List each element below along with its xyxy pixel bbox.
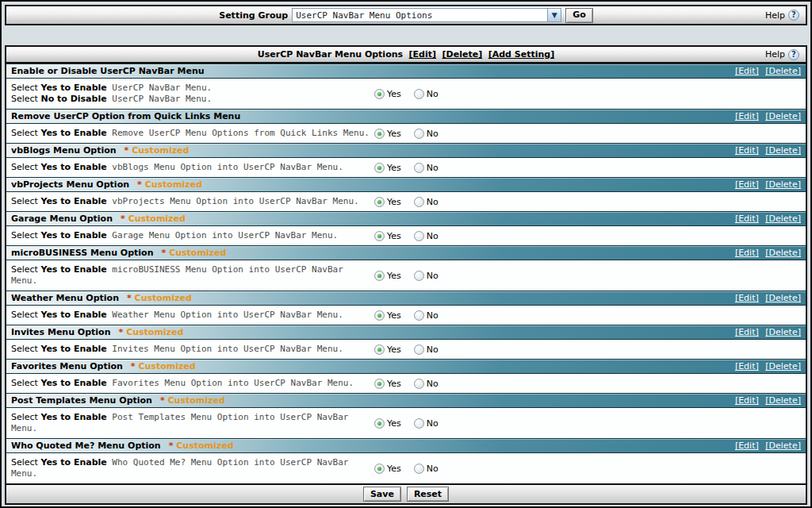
yes-radio[interactable] [374,344,385,355]
settings-panel: UserCP NavBar Menu Options [Edit] [Delet… [5,45,807,505]
setting-header-bar: vbBlogs Menu Option * Customized [Edit] … [6,143,806,158]
no-radio[interactable] [414,231,424,241]
go-button[interactable]: Go [565,8,593,23]
yes-radio-label[interactable]: Yes [387,271,401,281]
setting-edit-link[interactable]: [Edit] [735,395,759,406]
setting-header-bar: Invites Menu Option * Customized [Edit] … [6,325,806,340]
no-radio[interactable] [414,310,424,321]
setting-delete-link[interactable]: [Delete] [765,327,801,337]
yes-radio-label[interactable]: Yes [387,379,401,389]
yes-radio-label[interactable]: Yes [387,310,401,321]
customized-label: Customized [132,145,189,156]
setting-delete-link[interactable]: [Delete] [765,214,801,224]
no-radio-label[interactable]: No [427,379,439,389]
setting-title: Post Templates Menu Option [11,395,152,406]
yes-radio-label[interactable]: Yes [387,89,401,99]
yes-radio-label[interactable]: Yes [387,418,401,429]
panel-edit-link[interactable]: [Edit] [409,49,436,60]
yes-radio[interactable] [374,271,385,281]
setting-edit-link[interactable]: [Edit] [735,361,759,371]
no-radio[interactable] [414,197,424,207]
setting-group-select[interactable]: UserCP NavBar Menu Options ▼ [292,8,561,22]
setting-edit-link[interactable]: [Edit] [735,293,759,303]
no-radio-label[interactable]: No [427,197,439,207]
setting-edit-link[interactable]: [Edit] [735,179,759,190]
yes-radio-label[interactable]: Yes [387,129,401,139]
panel-add-setting-link[interactable]: [Add Setting] [488,49,555,60]
no-radio-label[interactable]: No [427,163,439,173]
yes-radio-label[interactable]: Yes [387,163,401,173]
yes-radio[interactable] [374,464,385,474]
no-radio[interactable] [414,89,424,99]
chevron-down-icon[interactable]: ▼ [547,9,561,21]
setting-delete-link[interactable]: [Delete] [765,395,801,406]
setting-title: microBUSINESS Menu Option [11,248,154,258]
yes-radio[interactable] [374,89,385,99]
yes-radio-label[interactable]: Yes [387,464,401,474]
setting-edit-link[interactable]: [Edit] [735,66,759,76]
setting-row: Select Yes to Enable Post Templates Menu… [6,408,806,438]
yes-no-radios: Yes No [374,89,439,99]
reset-button[interactable]: Reset [407,487,449,502]
yes-radio[interactable] [374,231,385,241]
no-radio-label[interactable]: No [427,89,439,99]
setting-edit-link[interactable]: [Edit] [735,145,759,156]
setting-edit-link[interactable]: [Edit] [735,111,759,121]
no-radio[interactable] [414,129,424,139]
setting-delete-link[interactable]: [Delete] [765,179,801,190]
yes-radio[interactable] [374,129,385,139]
setting-title: vbBlogs Menu Option [11,145,117,156]
yes-radio[interactable] [374,418,385,429]
no-radio-label[interactable]: No [427,129,439,139]
setting-section: Weather Menu Option * Customized [Edit] … [6,291,806,325]
no-radio-label[interactable]: No [427,271,439,281]
topbar-help[interactable]: Help ? [765,6,799,24]
setting-delete-link[interactable]: [Delete] [765,293,801,303]
no-radio[interactable] [414,271,424,281]
yes-radio-label[interactable]: Yes [387,197,401,207]
setting-header-bar: microBUSINESS Menu Option * Customized [… [6,245,806,260]
yes-no-radios: Yes No [374,344,439,355]
yes-radio[interactable] [374,379,385,389]
no-radio[interactable] [414,379,424,389]
setting-edit-link[interactable]: [Edit] [735,327,759,337]
setting-description: Select Yes to Enable UserCP NavBar Menu.… [11,83,374,105]
help-icon[interactable]: ? [788,49,799,60]
setting-section: microBUSINESS Menu Option * Customized [… [6,245,806,291]
setting-delete-link[interactable]: [Delete] [765,111,801,121]
yes-radio[interactable] [374,197,385,207]
panel-help[interactable]: Help ? [765,47,799,62]
no-radio-label[interactable]: No [427,344,439,355]
no-radio[interactable] [414,418,424,429]
no-radio[interactable] [414,464,424,474]
customized-star: * [162,248,167,258]
customized-label: Customized [176,441,233,451]
no-radio-label[interactable]: No [427,231,439,241]
setting-title: Remove UserCP Option from Quick Links Me… [11,111,240,121]
yes-radio-label[interactable]: Yes [387,344,401,355]
help-icon[interactable]: ? [788,10,799,21]
no-radio-label[interactable]: No [427,310,439,321]
customized-flag: * Customized [169,441,234,451]
panel-delete-link[interactable]: [Delete] [442,49,483,60]
setting-delete-link[interactable]: [Delete] [765,441,801,451]
setting-edit-link[interactable]: [Edit] [735,214,759,224]
yes-radio[interactable] [374,163,385,173]
yes-radio-label[interactable]: Yes [387,231,401,241]
customized-flag: * Customized [119,327,184,337]
setting-delete-link[interactable]: [Delete] [765,145,801,156]
setting-description: Select Yes to Enable microBUSINESS Menu … [11,264,374,287]
no-radio[interactable] [414,344,424,355]
save-button[interactable]: Save [363,487,401,502]
setting-delete-link[interactable]: [Delete] [765,248,801,258]
customized-flag: * Customized [137,179,202,190]
setting-delete-link[interactable]: [Delete] [765,66,801,76]
setting-edit-link[interactable]: [Edit] [735,441,759,451]
no-radio-label[interactable]: No [427,418,439,429]
no-radio[interactable] [414,163,424,173]
yes-no-radios: Yes No [374,197,439,207]
setting-edit-link[interactable]: [Edit] [735,248,759,258]
setting-delete-link[interactable]: [Delete] [765,361,801,371]
no-radio-label[interactable]: No [427,464,439,474]
yes-radio[interactable] [374,310,385,321]
